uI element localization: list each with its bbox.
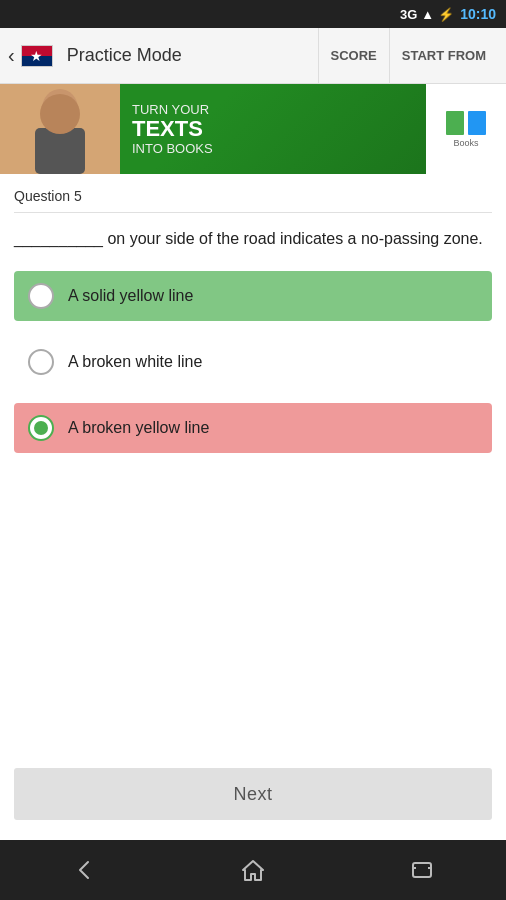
person-illustration bbox=[20, 84, 100, 174]
network-type: 3G bbox=[400, 7, 417, 22]
svg-marker-2 bbox=[243, 861, 263, 880]
svg-point-0 bbox=[42, 89, 78, 129]
flag-star: ★ bbox=[30, 48, 43, 64]
banner-text: TURN YOUR TEXTS INTO BOOKS bbox=[120, 94, 426, 164]
option-3-text: A broken yellow line bbox=[68, 419, 209, 437]
banner-tagline: Books bbox=[453, 138, 478, 148]
mini-book-1 bbox=[446, 111, 464, 135]
signal-icons: 3G ▲ ⚡ bbox=[400, 7, 454, 22]
radio-3 bbox=[28, 415, 54, 441]
back-nav-button[interactable] bbox=[54, 850, 114, 890]
svg-rect-1 bbox=[35, 128, 85, 174]
option-1[interactable]: A solid yellow line bbox=[14, 271, 492, 321]
banner-texts-text: TEXTS bbox=[132, 117, 414, 141]
start-from-button[interactable]: START FROM bbox=[389, 28, 498, 84]
mini-book-2 bbox=[468, 111, 486, 135]
option-2-text: A broken white line bbox=[68, 353, 202, 371]
banner-books-preview: Books bbox=[426, 84, 506, 174]
score-button[interactable]: SCORE bbox=[318, 28, 389, 84]
nav-bar: ‹ ★ Practice Mode SCORE START FROM bbox=[0, 28, 506, 84]
question-text: __________ on your side of the road indi… bbox=[14, 227, 492, 251]
banner-turn-text: TURN YOUR bbox=[132, 102, 414, 117]
banner-into-text: INTO BOOKS bbox=[132, 141, 414, 156]
next-button-container: Next bbox=[0, 748, 506, 840]
option-1-text: A solid yellow line bbox=[68, 287, 193, 305]
banner-image-left bbox=[0, 84, 120, 174]
banner-ad[interactable]: TURN YOUR TEXTS INTO BOOKS Books bbox=[0, 84, 506, 174]
status-time: 10:10 bbox=[460, 6, 496, 22]
nav-title: Practice Mode bbox=[67, 45, 182, 66]
radio-2 bbox=[28, 349, 54, 375]
radio-1 bbox=[28, 283, 54, 309]
back-arrow-icon[interactable]: ‹ bbox=[8, 44, 15, 67]
banner-person bbox=[0, 84, 120, 174]
back-nav-icon bbox=[70, 856, 98, 884]
option-3[interactable]: A broken yellow line bbox=[14, 403, 492, 453]
recent-nav-button[interactable] bbox=[392, 850, 452, 890]
bottom-nav-bar bbox=[0, 840, 506, 900]
nav-actions: SCORE START FROM bbox=[318, 28, 498, 84]
battery-icon: ⚡ bbox=[438, 7, 454, 22]
svg-rect-3 bbox=[413, 863, 431, 877]
content-area: Question 5 __________ on your side of th… bbox=[0, 174, 506, 748]
nav-back-area: ‹ ★ Practice Mode bbox=[8, 44, 318, 67]
signal-bars: ▲ bbox=[421, 7, 434, 22]
next-button[interactable]: Next bbox=[14, 768, 492, 820]
radio-3-fill bbox=[34, 421, 48, 435]
question-label: Question 5 bbox=[14, 174, 492, 213]
texas-flag: ★ bbox=[21, 45, 53, 67]
recent-nav-icon bbox=[408, 856, 436, 884]
home-nav-button[interactable] bbox=[223, 850, 283, 890]
option-2[interactable]: A broken white line bbox=[14, 337, 492, 387]
status-bar: 3G ▲ ⚡ 10:10 bbox=[0, 0, 506, 28]
home-nav-icon bbox=[239, 856, 267, 884]
